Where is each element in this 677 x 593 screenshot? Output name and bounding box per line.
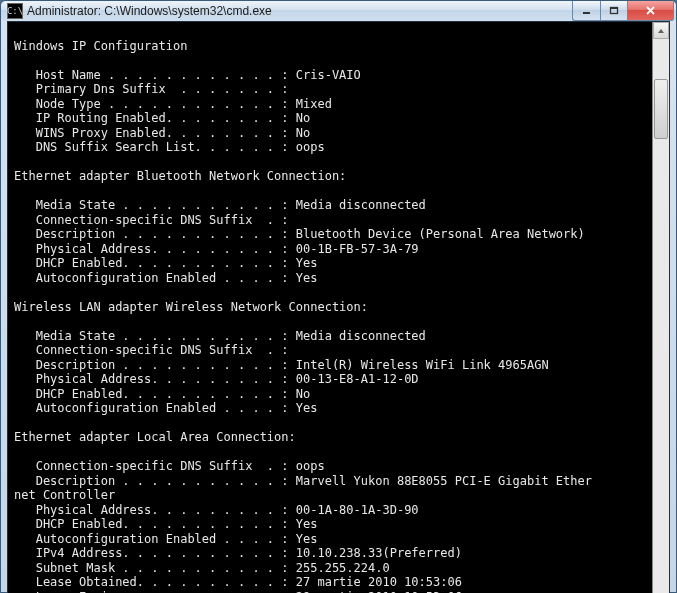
svg-line-3 <box>647 7 654 14</box>
chevron-up-icon <box>657 27 665 35</box>
lan-lease-obtained: 27 martie 2010 10:53:06 <box>296 575 462 589</box>
client-area: Windows IP Configuration Host Name . . .… <box>7 21 670 593</box>
lan-dns-suffix: oops <box>296 459 325 473</box>
cmd-icon: C:\ <box>7 3 23 19</box>
wlan-description: Intel(R) Wireless WiFi Link 4965AGN <box>296 358 549 372</box>
bt-dhcp: Yes <box>296 256 318 270</box>
window-title: Administrator: C:\Windows\system32\cmd.e… <box>27 4 572 18</box>
bt-phys-addr: 00-1B-FB-57-3A-79 <box>296 242 419 256</box>
minimize-icon <box>582 6 592 16</box>
host-name: Cris-VAIO <box>296 68 361 82</box>
wins-proxy: No <box>296 126 310 140</box>
ip-routing: No <box>296 111 310 125</box>
vertical-scrollbar[interactable] <box>652 22 669 593</box>
cmd-window: C:\ Administrator: C:\Windows\system32\c… <box>0 0 677 593</box>
close-button[interactable] <box>628 1 674 21</box>
node-type: Mixed <box>296 97 332 111</box>
titlebar[interactable]: C:\ Administrator: C:\Windows\system32\c… <box>1 1 676 21</box>
lan-lease-expires: 29 martie 2010 10:53:06 <box>296 590 462 594</box>
wlan-dhcp: No <box>296 387 310 401</box>
wlan-autoconf: Yes <box>296 401 318 415</box>
svg-marker-5 <box>658 29 664 33</box>
section-header: Windows IP Configuration <box>14 39 187 53</box>
svg-rect-1 <box>611 7 618 13</box>
lan-phys-addr: 00-1A-80-1A-3D-90 <box>296 503 419 517</box>
window-controls <box>572 1 674 21</box>
scroll-track[interactable] <box>653 39 669 593</box>
lan-dhcp: Yes <box>296 517 318 531</box>
svg-line-4 <box>647 7 654 14</box>
section-header: Wireless LAN adapter Wireless Network Co… <box>14 300 368 314</box>
maximize-icon <box>609 6 619 16</box>
wlan-media-state: Media disconnected <box>296 329 426 343</box>
scroll-thumb[interactable] <box>654 79 668 139</box>
maximize-button[interactable] <box>600 1 628 21</box>
lan-subnet: 255.255.224.0 <box>296 561 390 575</box>
section-header: Ethernet adapter Local Area Connection: <box>14 430 296 444</box>
lan-description-l1: Marvell Yukon 88E8055 PCI-E Gigabit Ethe… <box>296 474 592 488</box>
bt-media-state: Media disconnected <box>296 198 426 212</box>
lan-ipv4: 10.10.238.33(Preferred) <box>296 546 462 560</box>
minimize-button[interactable] <box>572 1 600 21</box>
terminal-output[interactable]: Windows IP Configuration Host Name . . .… <box>8 22 652 593</box>
bt-description: Bluetooth Device (Personal Area Network) <box>296 227 585 241</box>
close-icon <box>645 5 656 16</box>
wlan-phys-addr: 00-13-E8-A1-12-0D <box>296 372 419 386</box>
lan-description-l2: net Controller <box>14 488 115 502</box>
bt-autoconf: Yes <box>296 271 318 285</box>
section-header: Ethernet adapter Bluetooth Network Conne… <box>14 169 346 183</box>
dns-suffix-search: oops <box>296 140 325 154</box>
scroll-up-button[interactable] <box>653 22 669 39</box>
lan-autoconf: Yes <box>296 532 318 546</box>
